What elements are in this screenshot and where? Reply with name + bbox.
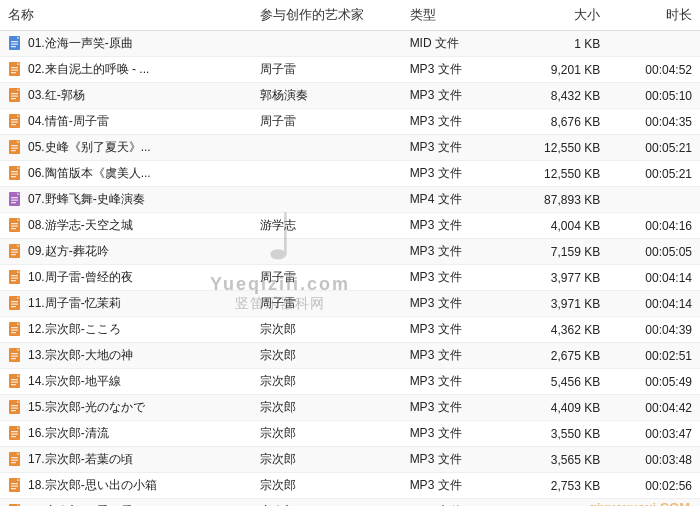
svg-rect-37 [11,223,18,224]
cell-duration [608,31,700,57]
cell-artist [252,187,401,213]
cell-name: 09.赵方-葬花吟 [0,239,252,265]
file-icon [8,114,24,130]
cell-name: 16.宗次郎-清流 [0,421,252,447]
table-row[interactable]: 17.宗次郎-若葉の頃宗次郎MP3 文件3,565 KB00:03:48 [0,447,700,473]
cell-size: 2,753 KB [505,473,608,499]
table-row[interactable]: 05.史峰《别了夏天》...MP3 文件12,550 KB00:05:21 [0,135,700,161]
file-name-text: 12.宗次郎-こころ [28,321,121,338]
cell-artist: 宗次郎 [252,447,401,473]
svg-rect-44 [11,254,16,255]
table-row[interactable]: 04.情笛-周子雷周子雷MP3 文件8,676 KB00:04:35 [0,109,700,135]
file-icon [8,244,24,260]
cell-type: MP3 文件 [402,499,505,507]
cell-artist [252,239,401,265]
table-row[interactable]: 10.周子雷-曾经的夜周子雷MP3 文件3,977 KB00:04:14 [0,265,700,291]
table-row[interactable]: 08.游学志-天空之城游学志MP3 文件4,004 KB00:04:16 [0,213,700,239]
cell-artist: 宗次郎 [252,343,401,369]
cell-artist: 宗次郎 [252,499,401,507]
file-name-text: 09.赵方-葬花吟 [28,243,109,260]
cell-size: 4,409 KB [505,395,608,421]
file-name-text: 18.宗次郎-思い出の小箱 [28,477,157,494]
file-name-text: 11.周子雷-忆茉莉 [28,295,121,312]
svg-rect-12 [11,93,18,94]
table-row[interactable]: 06.陶笛版本《虞美人...MP3 文件12,550 KB00:05:21 [0,161,700,187]
cell-type: MP3 文件 [402,317,505,343]
svg-rect-63 [11,355,18,356]
cell-name: 04.情笛-周子雷 [0,109,252,135]
cell-type: MP3 文件 [402,239,505,265]
cell-artist [252,31,401,57]
col-header-size: 大小 [505,0,608,31]
cell-artist: 周子雷 [252,291,401,317]
svg-rect-14 [11,98,16,99]
svg-rect-8 [11,69,18,70]
table-row[interactable]: 12.宗次郎-こころ宗次郎MP3 文件4,362 KB00:04:39 [0,317,700,343]
file-name-text: 01.沧海一声笑-原曲 [28,35,133,52]
file-name-text: 17.宗次郎-若葉の頃 [28,451,133,468]
cell-duration: 00:05:10 [608,83,700,109]
file-icon [8,478,24,494]
cell-size: 12,550 KB [505,135,608,161]
svg-rect-22 [11,145,18,146]
table-row[interactable]: 01.沧海一声笑-原曲MID 文件1 KB [0,31,700,57]
cell-artist: 宗次郎 [252,395,401,421]
file-list-container: 名称 参与创作的艺术家 类型 大小 时长 01.沧海一声笑-原曲MID 文件1 … [0,0,700,506]
svg-rect-43 [11,251,18,252]
svg-rect-27 [11,171,18,172]
cell-name: 10.周子雷-曾经的夜 [0,265,252,291]
table-row[interactable]: 18.宗次郎-思い出の小箱宗次郎MP3 文件2,753 KB00:02:56 [0,473,700,499]
file-name-text: 10.周子雷-曾经的夜 [28,269,133,286]
cell-duration: 00:04:16 [608,213,700,239]
cell-name: 06.陶笛版本《虞美人... [0,161,252,187]
svg-rect-3 [11,43,18,44]
table-row[interactable]: 13.宗次郎-大地の神宗次郎MP3 文件2,675 KB00:02:51 [0,343,700,369]
svg-rect-48 [11,277,18,278]
svg-rect-49 [11,280,16,281]
svg-rect-9 [11,72,16,73]
cell-size: 87,893 KB [505,187,608,213]
cell-size: 7,159 KB [505,239,608,265]
cell-duration: 00:04:39 [608,317,700,343]
file-table: 名称 参与创作的艺术家 类型 大小 时长 01.沧海一声笑-原曲MID 文件1 … [0,0,700,506]
svg-rect-52 [11,301,18,302]
cell-size: 4,004 KB [505,213,608,239]
svg-rect-82 [11,457,18,458]
table-row[interactable]: 11.周子雷-忆茉莉周子雷MP3 文件3,971 KB00:04:14 [0,291,700,317]
cell-artist: 游学志 [252,213,401,239]
svg-rect-19 [11,124,16,125]
cell-duration [608,187,700,213]
table-row[interactable]: 02.来自泥土的呼唤 - ...周子雷MP3 文件9,201 KB00:04:5… [0,57,700,83]
table-body: 01.沧海一声笑-原曲MID 文件1 KB 02.来自泥土的呼唤 - ...周子… [0,31,700,507]
cell-name: 11.周子雷-忆茉莉 [0,291,252,317]
file-name-text: 02.来自泥土的呼唤 - ... [28,61,149,78]
svg-rect-7 [11,67,18,68]
svg-rect-28 [11,173,18,174]
table-row[interactable]: 15.宗次郎-光のなかで宗次郎MP3 文件4,409 KB00:04:42 [0,395,700,421]
cell-name: 17.宗次郎-若葉の頃 [0,447,252,473]
table-row[interactable]: 19.宗次郎-四季～愛し...宗次郎MP3 文件5,737 KB00:06:07 [0,499,700,507]
table-row[interactable]: 16.宗次郎-清流宗次郎MP3 文件3,550 KB00:03:47 [0,421,700,447]
file-name-text: 04.情笛-周子雷 [28,113,109,130]
svg-rect-58 [11,329,18,330]
svg-rect-78 [11,433,18,434]
cell-type: MP3 文件 [402,213,505,239]
table-row[interactable]: 09.赵方-葬花吟MP3 文件7,159 KB00:05:05 [0,239,700,265]
table-row[interactable]: 03.红-郭杨郭杨演奏MP3 文件8,432 KB00:05:10 [0,83,700,109]
svg-rect-47 [11,275,18,276]
cell-size: 3,977 KB [505,265,608,291]
svg-rect-59 [11,332,16,333]
cell-size: 2,675 KB [505,343,608,369]
cell-name: 13.宗次郎-大地の神 [0,343,252,369]
table-row[interactable]: 07.野蜂飞舞-史峰演奏MP4 文件87,893 KB [0,187,700,213]
svg-rect-18 [11,121,18,122]
table-row[interactable]: 14.宗次郎-地平線宗次郎MP3 文件5,456 KB00:05:49 [0,369,700,395]
cell-size: 1 KB [505,31,608,57]
cell-name: 14.宗次郎-地平線 [0,369,252,395]
cell-type: MP3 文件 [402,395,505,421]
svg-rect-54 [11,306,16,307]
cell-type: MP3 文件 [402,291,505,317]
cell-type: MP3 文件 [402,343,505,369]
cell-type: MP3 文件 [402,369,505,395]
svg-rect-42 [11,249,18,250]
